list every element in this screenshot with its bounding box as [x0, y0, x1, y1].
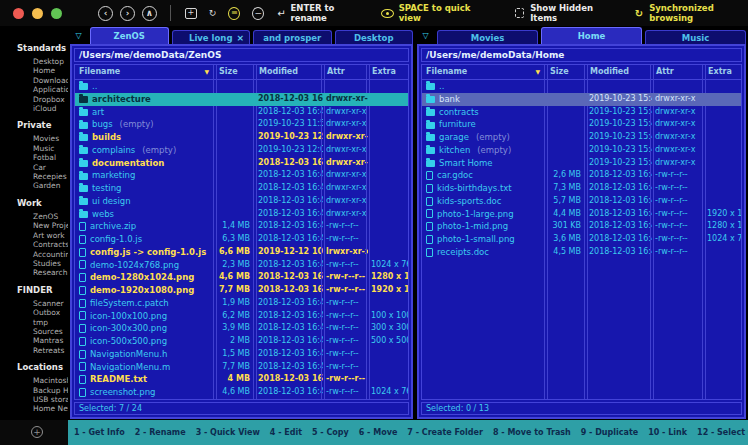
file-row[interactable]: demo-1024x768.png2,3 MB2018-12-03 16:46-…	[75, 259, 408, 272]
synchronized-browsing-toggle[interactable]: ↻ Synchronized browsing	[635, 3, 748, 23]
sidebar-item-tmp[interactable]: tmp	[0, 318, 68, 327]
file-row[interactable]: config-1.0.js6,3 MB2018-12-03 16:46-rw-r…	[75, 233, 408, 246]
file-row[interactable]: demo-1920x1080.png7,7 MB2018-12-03 16:46…	[75, 284, 408, 297]
file-row[interactable]: testing2018-12-03 16:46drwxr-xr-x	[75, 182, 408, 195]
sidebar-item-dropbox[interactable]: Dropbox	[0, 95, 68, 104]
function-key-10[interactable]: 10 - Link	[648, 428, 687, 437]
file-row[interactable]: NavigationMenu.h1,5 MB2018-12-03 16:46-r…	[75, 348, 408, 361]
remove-icon[interactable]: −	[252, 7, 264, 20]
file-row[interactable]: archive.zip1,4 MB2018-12-03 16:46-rw-r--…	[75, 220, 408, 233]
file-row[interactable]: furniture2019-10-23 15:46drwxr-xr-x	[422, 118, 741, 131]
file-row[interactable]: webs2018-12-03 16:46drwxr-xr-x	[75, 208, 408, 221]
column-header-extra[interactable]: Extra	[704, 65, 741, 79]
sidebar-item-fotbal[interactable]: Fotbal	[0, 153, 68, 162]
back-button[interactable]: ‹	[98, 6, 113, 21]
tab-live-long[interactable]: Live long×	[172, 30, 251, 44]
column-header-attr[interactable]: Attr	[323, 65, 368, 79]
sidebar-item-desktop[interactable]: Desktop	[0, 57, 68, 66]
sidebar-item-macintosh-hd[interactable]: Macintosh HD	[0, 376, 68, 385]
close-window-button[interactable]	[13, 8, 24, 19]
sidebar-item-icloud[interactable]: iCloud	[0, 104, 68, 113]
view-options-icon[interactable]: ≡	[228, 7, 240, 20]
file-row[interactable]: documentation2018-12-03 16:46drwxr-xr-x	[75, 157, 408, 170]
close-icon[interactable]: ×	[236, 31, 244, 44]
new-folder-button[interactable]: +	[185, 8, 197, 19]
file-row[interactable]: ..	[75, 80, 408, 93]
file-row[interactable]: kitchen(empty)2019-10-23 15:46drwxr-xr-x	[422, 144, 741, 157]
file-row[interactable]: NavigationMenu.m7,7 MB2018-12-03 16:46-r…	[75, 361, 408, 374]
file-row[interactable]: car.gdoc2,6 MB2018-12-03 16:46-rw-r--r--	[422, 169, 741, 182]
function-key-2[interactable]: 2 - Rename	[135, 428, 186, 437]
file-row[interactable]: garage(empty)2019-10-23 15:46drwxr-xr-x	[422, 131, 741, 144]
column-header-attr[interactable]: Attr	[652, 65, 704, 79]
sidebar-item-research[interactable]: Research	[0, 268, 68, 277]
sidebar-item-retreats[interactable]: Retreats	[0, 346, 68, 355]
file-row[interactable]: kids-sports.doc5,7 MB2018-12-03 16:46-rw…	[422, 195, 741, 208]
path-bar[interactable]: /Users/me/demoData/Home	[421, 48, 742, 62]
file-row[interactable]: receipts.doc4,5 MB2018-12-03 16:46-rw-r-…	[422, 246, 741, 259]
minimize-window-button[interactable]	[32, 8, 43, 19]
file-row[interactable]: config.js -> config-1.0.js6,6 MB2019-12-…	[75, 246, 408, 259]
sidebar-item-outbox[interactable]: Outbox	[0, 308, 68, 317]
sidebar-item-accounting[interactable]: Accounting	[0, 250, 68, 259]
column-header-filename[interactable]: Filename▼	[75, 65, 215, 79]
function-key-12[interactable]: 12 - Select One	[697, 428, 748, 437]
function-key-5[interactable]: 5 - Copy	[312, 428, 349, 437]
file-row[interactable]: marketing2018-12-03 16:46drwxr-xr-x	[75, 169, 408, 182]
column-header-extra[interactable]: Extra	[368, 65, 408, 79]
refresh-icon[interactable]: ↻	[209, 8, 217, 18]
file-row[interactable]: complains(empty)2019-10-23 12:02drwxr-xr…	[75, 144, 408, 157]
tab-home[interactable]: Home	[541, 27, 642, 44]
file-row[interactable]: photo-1-small.png3,6 MB2018-12-03 16:46-…	[422, 233, 741, 246]
sidebar-item-home-net[interactable]: Home Net	[0, 404, 68, 413]
tab-music[interactable]: Music	[645, 30, 746, 44]
file-row[interactable]: screenshot.png4,6 MB2018-12-03 16:46-rw-…	[75, 386, 408, 399]
function-key-7[interactable]: 7 - Create Folder	[407, 428, 483, 437]
function-key-1[interactable]: 1 - Get Info	[74, 428, 125, 437]
column-header-modified[interactable]: Modified	[255, 65, 323, 79]
file-row[interactable]: ui design2018-12-03 16:46drwxr-xr-x	[75, 195, 408, 208]
zoom-window-button[interactable]	[51, 8, 62, 19]
column-header-size[interactable]: Size	[215, 65, 255, 79]
file-row[interactable]: contracts2019-10-23 15:46drwxr-xr-x	[422, 106, 741, 119]
sidebar-item-car[interactable]: Car	[0, 163, 68, 172]
sidebar-item-studies[interactable]: Studies	[0, 259, 68, 268]
column-header-size[interactable]: Size	[546, 65, 586, 79]
sidebar-item-music[interactable]: Music	[0, 144, 68, 153]
file-row[interactable]: photo-1-large.png4,4 MB2018-12-03 16:46-…	[422, 208, 741, 221]
up-button[interactable]: ∧	[142, 6, 157, 21]
path-bar[interactable]: /Users/me/demoData/ZenOS	[74, 48, 409, 62]
file-row[interactable]: demo-1280x1024.png4,6 MB2018-12-03 16:46…	[75, 271, 408, 284]
sidebar-item-applications[interactable]: Applications	[0, 85, 68, 94]
function-key-8[interactable]: 8 - Move to Trash	[493, 428, 571, 437]
file-row[interactable]: bugs(empty)2019-10-23 11:56drwxr-xr-x	[75, 118, 408, 131]
show-hidden-toggle[interactable]: Show Hidden Items	[515, 3, 613, 23]
tab-and-prosper[interactable]: and prosper	[253, 30, 332, 44]
forward-button[interactable]: ›	[120, 6, 135, 21]
tab-movies[interactable]: Movies	[437, 30, 538, 44]
file-row[interactable]: icon-300x300.png3,9 MB2018-12-03 16:46-r…	[75, 322, 408, 335]
file-row[interactable]: icon-500x500.png2 MB2018-12-03 16:46-rw-…	[75, 335, 408, 348]
sidebar-item-new-projects[interactable]: New Projects	[0, 221, 68, 230]
tab-zenos[interactable]: ZenOS	[90, 27, 169, 44]
sidebar-item-scanner[interactable]: Scanner	[0, 299, 68, 308]
file-row[interactable]: photo-1-mid.png301 KB2018-12-03 16:46-rw…	[422, 220, 741, 233]
sidebar-item-mantras[interactable]: Mantras	[0, 336, 68, 345]
file-row[interactable]: fileSystem.c.patch1,9 MB2018-12-03 16:46…	[75, 297, 408, 310]
sidebar-item-usb-storage[interactable]: USB storage	[0, 395, 68, 404]
enter-key-icon[interactable]: ↵	[277, 8, 285, 19]
function-key-4[interactable]: 4 - Edit	[270, 428, 302, 437]
column-header-modified[interactable]: Modified	[586, 65, 652, 79]
sidebar-item-backup-hd[interactable]: Backup HD	[0, 386, 68, 395]
sidebar-item-contracts[interactable]: Contracts	[0, 240, 68, 249]
eye-icon[interactable]	[381, 9, 394, 18]
file-row[interactable]: README.txt4 MB2018-12-03 16:46-rw-r--r--	[75, 373, 408, 386]
file-row[interactable]: kids-birthdays.txt7,3 MB2018-12-03 16:46…	[422, 182, 741, 195]
sidebar-item-sources[interactable]: Sources	[0, 327, 68, 336]
file-row[interactable]: art2018-12-03 16:46drwxr-xr-x	[75, 106, 408, 119]
file-row[interactable]: Smart Home2019-10-23 15:46drwxr-xr-x	[422, 157, 741, 170]
chevron-down-icon[interactable]: ▽	[417, 29, 434, 44]
file-row[interactable]: bank2019-10-23 15:46drwxr-xr-x	[422, 93, 741, 106]
chevron-down-icon[interactable]: ▽	[70, 29, 87, 44]
sidebar-item-downloads[interactable]: Downloads	[0, 76, 68, 85]
